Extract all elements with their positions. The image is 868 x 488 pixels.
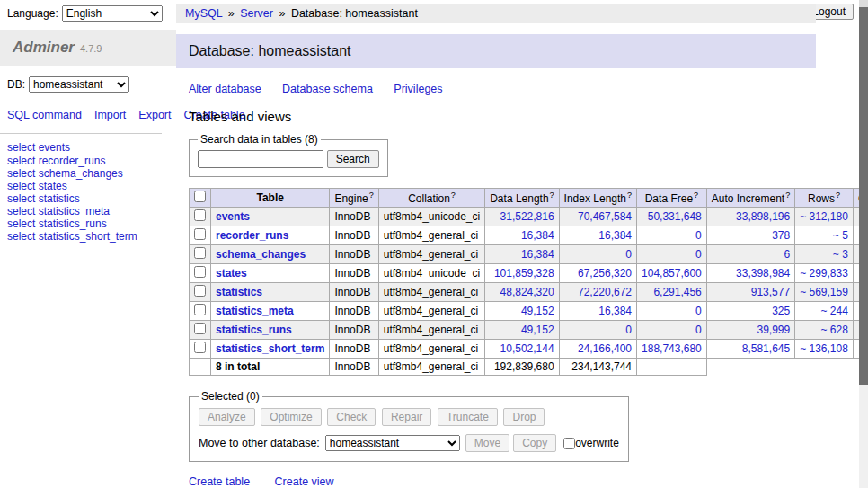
- index-length-link[interactable]: 16,384: [598, 229, 632, 242]
- data-length-link[interactable]: 10,502,144: [500, 342, 554, 355]
- table-name-link[interactable]: schema_changes: [216, 248, 306, 261]
- sidebar-item-select-statistics-meta[interactable]: select statistics_meta: [7, 205, 110, 217]
- index-length-link[interactable]: 0: [625, 248, 632, 261]
- sidebar-link-import[interactable]: Import: [94, 109, 126, 121]
- analyze-button[interactable]: Analyze: [199, 408, 255, 426]
- overwrite-checkbox[interactable]: [563, 438, 575, 449]
- search-input[interactable]: [198, 150, 323, 168]
- table-name-link[interactable]: statistics: [216, 286, 262, 298]
- help-link[interactable]: ?: [627, 191, 632, 200]
- data-length-link[interactable]: 48,824,320: [500, 286, 554, 298]
- table-name-link[interactable]: statistics_meta: [216, 305, 294, 317]
- data-length-link[interactable]: 31,522,816: [500, 210, 554, 223]
- help-link[interactable]: ?: [550, 191, 554, 200]
- auto-increment-link[interactable]: 6: [784, 248, 790, 261]
- breadcrumb-mysql-link[interactable]: MySQL: [185, 7, 222, 20]
- data-free-link[interactable]: 0: [695, 305, 702, 317]
- row-checkbox[interactable]: [194, 285, 206, 297]
- index-length-link[interactable]: 0: [625, 324, 632, 336]
- auto-increment-link[interactable]: 378: [772, 229, 790, 242]
- sidebar-item-select-states[interactable]: select states: [7, 180, 67, 192]
- breadcrumb-server-link[interactable]: Server: [240, 7, 273, 20]
- auto-increment-link[interactable]: 325: [772, 305, 790, 317]
- data-free-link[interactable]: 0: [695, 229, 702, 242]
- auto-increment-link[interactable]: 33,898,196: [736, 210, 790, 223]
- help-link[interactable]: ?: [836, 191, 840, 200]
- index-length-link[interactable]: 70,467,584: [578, 210, 632, 223]
- privileges-link[interactable]: Privileges: [394, 83, 442, 95]
- sidebar-item-select-statistics-short-term[interactable]: select statistics_short_term: [7, 230, 137, 243]
- rows-count-link[interactable]: ~ 312,180: [800, 210, 848, 223]
- language-select[interactable]: English: [62, 5, 163, 22]
- auto-increment-link[interactable]: 913,577: [751, 286, 790, 298]
- data-free-link[interactable]: 104,857,600: [642, 267, 702, 279]
- row-checkbox[interactable]: [194, 323, 206, 334]
- help-link[interactable]: ?: [369, 191, 374, 200]
- data-free-link[interactable]: 0: [695, 248, 702, 261]
- data-length-link[interactable]: 49,152: [521, 305, 554, 317]
- table-name-link[interactable]: events: [216, 210, 250, 223]
- sidebar-item-select-statistics-runs[interactable]: select statistics_runs: [7, 217, 107, 230]
- data-length-link[interactable]: 16,384: [521, 248, 554, 261]
- rows-count-link[interactable]: ~ 569,159: [800, 286, 848, 298]
- row-checkbox[interactable]: [194, 304, 206, 315]
- create-view-link[interactable]: Create view: [275, 475, 334, 488]
- search-button[interactable]: Search: [327, 150, 379, 168]
- truncate-button[interactable]: Truncate: [438, 408, 498, 426]
- db-select[interactable]: homeassistant: [29, 76, 129, 93]
- search-legend: Search data in tables (8): [198, 133, 321, 146]
- rows-count-link[interactable]: ~ 5: [833, 229, 848, 242]
- data-length-link[interactable]: 49,152: [521, 324, 554, 336]
- scrollbar-up-button[interactable]: [859, 0, 868, 7]
- row-checkbox[interactable]: [194, 228, 206, 240]
- copy-button[interactable]: Copy: [513, 434, 556, 452]
- rows-count-link[interactable]: ~ 628: [821, 324, 848, 336]
- optimize-button[interactable]: Optimize: [261, 408, 321, 426]
- row-checkbox[interactable]: [194, 266, 206, 278]
- rows-count-link[interactable]: ~ 299,833: [800, 267, 848, 279]
- table-name-link[interactable]: recorder_runs: [216, 229, 288, 242]
- sidebar-link-sql-command[interactable]: SQL command: [7, 109, 82, 121]
- rows-count-link[interactable]: ~ 244: [821, 305, 848, 317]
- auto-increment-link[interactable]: 8,581,645: [742, 342, 790, 355]
- table-name-link[interactable]: statistics_runs: [216, 324, 292, 336]
- drop-button[interactable]: Drop: [503, 408, 545, 426]
- create-table-link[interactable]: Create table: [189, 475, 250, 488]
- data-free-link[interactable]: 50,331,648: [648, 210, 702, 223]
- help-link[interactable]: ?: [785, 191, 790, 200]
- rows-count-link[interactable]: ~ 136,108: [800, 342, 848, 355]
- repair-button[interactable]: Repair: [382, 408, 431, 426]
- help-link[interactable]: ?: [694, 191, 698, 200]
- table-name-link[interactable]: states: [216, 267, 247, 279]
- sidebar-item-select-statistics[interactable]: select statistics: [7, 192, 80, 205]
- row-checkbox[interactable]: [194, 209, 206, 221]
- auto-increment-link[interactable]: 39,999: [757, 324, 790, 336]
- data-length-link[interactable]: 16,384: [521, 229, 554, 242]
- help-link[interactable]: ?: [451, 191, 456, 200]
- sidebar-item-select-events[interactable]: select events: [7, 141, 70, 154]
- data-free-link[interactable]: 188,743,680: [642, 342, 702, 355]
- move-db-select[interactable]: homeassistant: [325, 435, 460, 451]
- scrollbar-thumb[interactable]: [859, 7, 868, 385]
- index-length-link[interactable]: 67,256,320: [578, 267, 632, 279]
- data-length-link[interactable]: 101,859,328: [494, 267, 554, 279]
- rows-count-link[interactable]: ~ 3: [833, 248, 848, 261]
- alter-database-link[interactable]: Alter database: [189, 83, 261, 95]
- sidebar-item-select-recorder-runs[interactable]: select recorder_runs: [7, 155, 105, 167]
- index-length-link[interactable]: 24,166,400: [578, 342, 632, 355]
- vertical-scrollbar[interactable]: [859, 0, 868, 488]
- table-name-link[interactable]: statistics_short_term: [216, 342, 324, 355]
- data-free-link[interactable]: 0: [695, 324, 702, 336]
- auto-increment-link[interactable]: 33,398,984: [736, 267, 790, 279]
- sidebar-link-export[interactable]: Export: [138, 109, 171, 121]
- row-checkbox[interactable]: [194, 247, 206, 259]
- sidebar-item-select-schema-changes[interactable]: select schema_changes: [7, 167, 123, 180]
- row-checkbox[interactable]: [194, 342, 206, 353]
- select-all-checkbox[interactable]: [194, 191, 206, 202]
- move-button[interactable]: Move: [465, 434, 509, 452]
- check-button[interactable]: Check: [327, 408, 376, 426]
- database-schema-link[interactable]: Database schema: [282, 83, 373, 95]
- index-length-link[interactable]: 72,220,672: [578, 286, 632, 298]
- data-free-link[interactable]: 6,291,456: [653, 286, 701, 298]
- index-length-link[interactable]: 16,384: [598, 305, 632, 317]
